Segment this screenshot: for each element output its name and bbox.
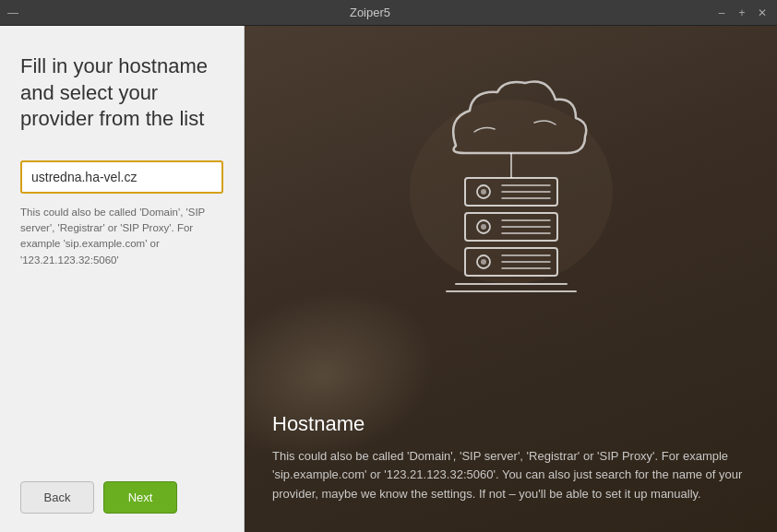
svg-point-3 <box>481 189 486 195</box>
hostname-hint: This could also be called 'Domain', 'SIP… <box>20 205 223 268</box>
titlebar: — Zoiper5 – + ✕ <box>0 0 777 26</box>
window-menu[interactable]: — <box>7 6 26 19</box>
right-heading: Hostname <box>272 412 749 436</box>
hostname-input[interactable] <box>20 160 223 194</box>
maximize-button[interactable]: + <box>735 6 749 20</box>
right-body: This could also be called 'Domain', 'SIP… <box>272 447 749 504</box>
close-button[interactable]: ✕ <box>755 6 770 20</box>
left-panel: Fill in your hostname and select your pr… <box>0 26 245 532</box>
svg-point-15 <box>481 259 486 265</box>
navigation-buttons: Back Next <box>20 481 223 514</box>
minimize-button[interactable]: – <box>714 6 729 20</box>
page-title: Fill in your hostname and select your pr… <box>20 53 223 133</box>
back-button[interactable]: Back <box>20 481 94 514</box>
next-button[interactable]: Next <box>103 481 177 514</box>
main-container: Fill in your hostname and select your pr… <box>0 26 777 532</box>
window-title: Zoiper5 <box>26 6 714 19</box>
window-controls: – + ✕ <box>714 6 770 20</box>
right-text-area: Hostname This could also be called 'Doma… <box>245 394 777 532</box>
cloud-server-illustration <box>391 44 631 339</box>
svg-point-9 <box>481 224 486 230</box>
left-content: Fill in your hostname and select your pr… <box>20 53 223 463</box>
right-panel: Hostname This could also be called 'Doma… <box>245 26 777 532</box>
